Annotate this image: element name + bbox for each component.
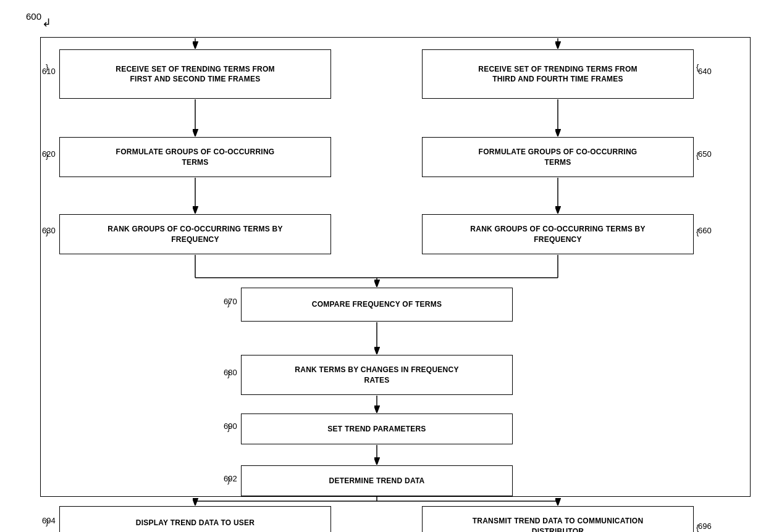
ref-694-brace: } [46, 517, 48, 526]
box-610: RECEIVE SET OF TRENDING TERMS FROMFIRST … [59, 49, 331, 99]
ref-692-brace: } [227, 475, 230, 484]
ref-696: 696 [698, 522, 712, 531]
ref-690: 690 [224, 422, 237, 431]
figure-arrow: ↲ [42, 16, 51, 30]
box-680: RANK TERMS BY CHANGES IN FREQUENCYRATES [241, 355, 513, 395]
box-640: RECEIVE SET OF TRENDING TERMS FROMTHIRD … [422, 49, 694, 99]
ref-692: 692 [224, 474, 237, 483]
ref-650-brace: { [696, 151, 699, 160]
ref-610-brace: } [46, 62, 48, 72]
ref-630: 630 [42, 226, 56, 235]
ref-680-brace: } [227, 369, 230, 378]
ref-696-brace: { [696, 523, 699, 532]
ref-660: 660 [698, 226, 712, 235]
ref-620: 620 [42, 149, 56, 159]
ref-620-brace: } [46, 151, 48, 160]
box-670: COMPARE FREQUENCY OF TERMS [241, 288, 513, 322]
ref-640-brace: { [696, 62, 699, 72]
flowchart-diagram: 600 ↲ RECEIVE SET OF TRENDING TERMS FROM… [0, 0, 766, 532]
box-650: FORMULATE GROUPS OF CO-OCCURRINGTERMS [422, 137, 694, 177]
box-690: SET TREND PARAMETERS [241, 414, 513, 444]
ref-660-brace: { [696, 227, 699, 236]
ref-694: 694 [42, 516, 56, 525]
box-694: DISPLAY TREND DATA TO USER [59, 506, 331, 532]
box-660: RANK GROUPS OF CO-OCCURRING TERMS BYFREQ… [422, 214, 694, 254]
box-696: TRANSMIT TREND DATA TO COMMUNICATIONDIST… [422, 506, 694, 532]
box-692: DETERMINE TREND DATA [241, 465, 513, 496]
ref-610: 610 [42, 67, 56, 76]
box-630: RANK GROUPS OF CO-OCCURRING TERMS BYFREQ… [59, 214, 331, 254]
ref-690-brace: } [227, 423, 230, 432]
figure-label: 600 [26, 11, 41, 22]
ref-640: 640 [698, 67, 712, 76]
ref-630-brace: } [46, 227, 48, 236]
ref-670-brace: } [227, 298, 230, 307]
ref-670: 670 [224, 297, 237, 306]
ref-650: 650 [698, 149, 712, 159]
ref-680: 680 [224, 368, 237, 377]
box-620: FORMULATE GROUPS OF CO-OCCURRINGTERMS [59, 137, 331, 177]
